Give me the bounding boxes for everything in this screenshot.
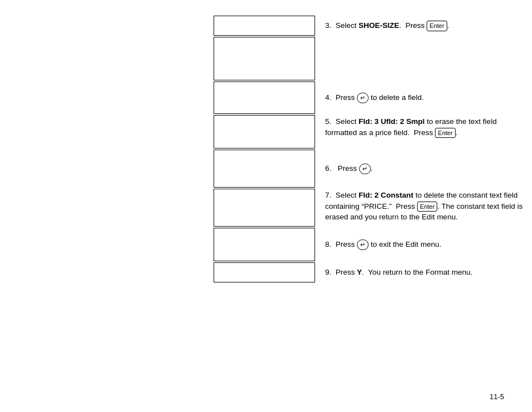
screen-box-4: [214, 82, 315, 114]
step-7-text: 7. Select Fld: 2 Constant to delete the …: [325, 190, 523, 223]
del-key-6: ↵: [359, 164, 371, 174]
step-4-text: 4. Press ↵ to delete a field.: [325, 92, 523, 103]
step-8-text: 8. Press ↵ to exit the Edit menu.: [325, 239, 523, 250]
enter-key-5: Enter: [435, 128, 455, 138]
screen-box-7: [214, 189, 315, 227]
screen-box-9: [214, 262, 315, 282]
page-number: 11-5: [490, 392, 504, 401]
step-6-text: 6. Press ↵.: [325, 163, 523, 174]
step-9-text: 9. Press Y. You return to the Format men…: [325, 267, 523, 278]
screen-box-3: [214, 16, 315, 36]
enter-key-7: Enter: [417, 202, 437, 212]
screen-box-6: [214, 150, 315, 188]
del-key-4: ↵: [357, 93, 369, 103]
del-key-8: ↵: [357, 239, 369, 250]
step-5-text: 5. Select Fld: 3 Ufld: 2 Smpl to erase t…: [325, 116, 523, 138]
screen-box-8: [214, 228, 315, 261]
enter-key-3: Enter: [427, 21, 447, 31]
screen-box-5: [214, 115, 315, 148]
screen-box-large: [214, 37, 315, 80]
step-3-text: 3. Select SHOE-SIZE. Press Enter.: [325, 20, 523, 31]
